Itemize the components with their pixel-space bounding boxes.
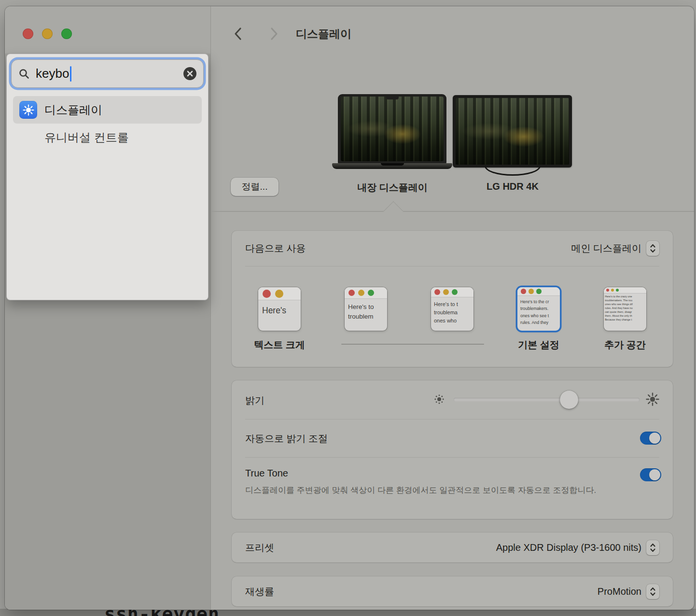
minimize-button[interactable] — [42, 28, 53, 39]
display-brightness-icon — [19, 101, 37, 119]
preset-option-1[interactable]: Here's — [258, 287, 301, 331]
preview-text-line: troublema — [434, 308, 473, 317]
traffic-dot — [616, 289, 619, 292]
up-down-chevrons-icon — [650, 244, 656, 253]
preset-row: 프리셋 Apple XDR Display (P3-1600 nits) — [232, 532, 673, 562]
brightness-slider-track[interactable] — [454, 398, 640, 402]
preview-text-line: Here's to t — [434, 300, 473, 308]
true-tone-label: True Tone — [245, 468, 288, 479]
external-display-name: LG HDR 4K — [464, 181, 561, 192]
preset-option-5[interactable]: Here's to the crazy one troublemakers. T… — [604, 287, 646, 331]
preview-text: Here's to troublem — [345, 299, 387, 322]
preview-text-line: troublemakers. The rou — [605, 298, 646, 302]
true-tone-toggle[interactable] — [640, 468, 661, 481]
traffic-dot — [611, 289, 614, 292]
use-as-stepper[interactable] — [646, 241, 659, 256]
preview-text: Here's to t troublema ones who — [431, 297, 473, 325]
use-as-row: 다음으로 사용 메인 디스플레이 — [232, 231, 673, 266]
preset-card: 프리셋 Apple XDR Display (P3-1600 nits) — [232, 532, 673, 562]
refresh-rate-stepper[interactable] — [646, 584, 659, 599]
main-pane: 디스플레이 정렬... 내장 디스플레이 LG HDR 4K 다음으로 사용 — [211, 6, 694, 610]
monitor-screen — [453, 95, 572, 168]
brightness-slider-knob[interactable] — [560, 391, 578, 409]
wallpaper-forest — [456, 98, 569, 165]
arrange-button[interactable]: 정렬... — [231, 178, 278, 196]
search-icon — [18, 68, 30, 80]
mini-traffic-lights — [431, 287, 473, 297]
sidebar: keybo — [5, 6, 211, 610]
search-result-universal-control[interactable]: 유니버설 컨트롤 — [13, 124, 202, 151]
refresh-rate-dropdown[interactable]: ProMotion — [598, 584, 659, 599]
traffic-lights — [23, 28, 72, 39]
preset-option-label: 추가 공간 — [586, 338, 664, 351]
traffic-dot — [606, 289, 609, 292]
mini-traffic-lights — [258, 287, 301, 300]
preset-dropdown[interactable]: Apple XDR Display (P3-1600 nits) — [496, 540, 659, 555]
use-as-value: 메인 디스플레이 — [571, 242, 641, 255]
preset-option-3[interactable]: Here's to t troublema ones who — [431, 287, 473, 331]
builtin-display-name: 내장 디스플레이 — [344, 181, 441, 194]
traffic-dot — [434, 289, 440, 295]
preview-text-line: Here's to — [348, 302, 387, 312]
clear-search-button[interactable] — [183, 67, 196, 80]
external-display-thumbnail[interactable] — [453, 95, 572, 176]
search-text: keybo — [36, 66, 69, 81]
preset-option-label: 텍스트 크게 — [241, 338, 318, 351]
traffic-dot — [536, 289, 542, 294]
traffic-dot — [275, 290, 283, 298]
auto-brightness-toggle[interactable] — [640, 432, 661, 445]
mini-traffic-lights — [345, 287, 387, 299]
preview-text: Here's — [258, 300, 301, 316]
true-tone-row: True Tone 디스플레이를 주변광에 맞춰 색상이 다른 환경에서도 일관… — [232, 457, 673, 519]
preview-text-line: can quote them, disagr — [605, 310, 646, 314]
zoom-button[interactable] — [61, 28, 72, 39]
back-button[interactable] — [233, 27, 245, 41]
true-tone-description: 디스플레이를 주변광에 맞춰 색상이 다른 환경에서도 일관적으로 보이도록 자… — [245, 483, 602, 497]
selected-display-pointer — [383, 201, 404, 222]
preview-text-line: troublem — [348, 312, 387, 322]
search-input[interactable]: keybo — [11, 59, 204, 88]
search-result-label: 디스플레이 — [44, 102, 102, 118]
preview-text-line: rules. And they have no — [605, 306, 646, 310]
preview-text-line: rules. And they — [520, 319, 560, 326]
preset-option-label: 기본 설정 — [500, 338, 577, 351]
auto-brightness-row: 자동으로 밝기 조절 — [232, 419, 673, 457]
refresh-rate-label: 재생률 — [245, 585, 274, 598]
traffic-dot — [358, 290, 364, 296]
traffic-dot — [443, 289, 449, 295]
monitor-stand — [485, 166, 541, 176]
mini-traffic-lights — [604, 287, 646, 294]
close-button[interactable] — [23, 28, 33, 39]
traffic-dot — [521, 289, 526, 294]
laptop-base — [332, 163, 452, 169]
chevron-left-icon — [233, 27, 244, 41]
preset-value: Apple XDR Display (P3-1600 nits) — [496, 542, 641, 553]
preset-scale-line — [341, 344, 484, 345]
search-result-label: 유니버설 컨트롤 — [44, 130, 129, 145]
refresh-rate-card: 재생률 ProMotion — [232, 576, 673, 606]
preview-text-line: Because they change t — [605, 318, 646, 322]
toggle-knob — [649, 433, 660, 444]
use-as-dropdown[interactable]: 메인 디스플레이 — [571, 241, 659, 256]
preset-option-4[interactable]: Here's to the cr troublemakers. ones who… — [517, 287, 560, 331]
up-down-chevrons-icon — [650, 543, 656, 552]
auto-brightness-label: 자동으로 밝기 조절 — [245, 432, 328, 445]
builtin-display-thumbnail[interactable] — [338, 94, 446, 169]
preview-text-line: them. About the only th — [605, 314, 646, 318]
forward-button[interactable] — [268, 27, 280, 41]
preview-text-line: ones who see things dif — [605, 302, 646, 306]
traffic-dot — [263, 290, 271, 298]
close-icon — [187, 70, 193, 77]
zone-divider — [211, 211, 694, 212]
refresh-rate-value: ProMotion — [598, 586, 641, 597]
search-result-display[interactable]: 디스플레이 — [13, 96, 202, 124]
preset-stepper[interactable] — [646, 540, 659, 555]
preview-text-line: Here's — [262, 306, 301, 316]
preview-text: Here's to the crazy one troublemakers. T… — [604, 294, 646, 322]
use-as-card: 다음으로 사용 메인 디스플레이 — [232, 231, 673, 367]
laptop-notch — [386, 97, 399, 99]
preview-text: Here's to the cr troublemakers. ones who… — [517, 296, 560, 326]
brightness-row: 밝기 — [232, 380, 673, 419]
traffic-dot — [368, 290, 374, 296]
preset-option-2[interactable]: Here's to troublem — [345, 287, 387, 331]
